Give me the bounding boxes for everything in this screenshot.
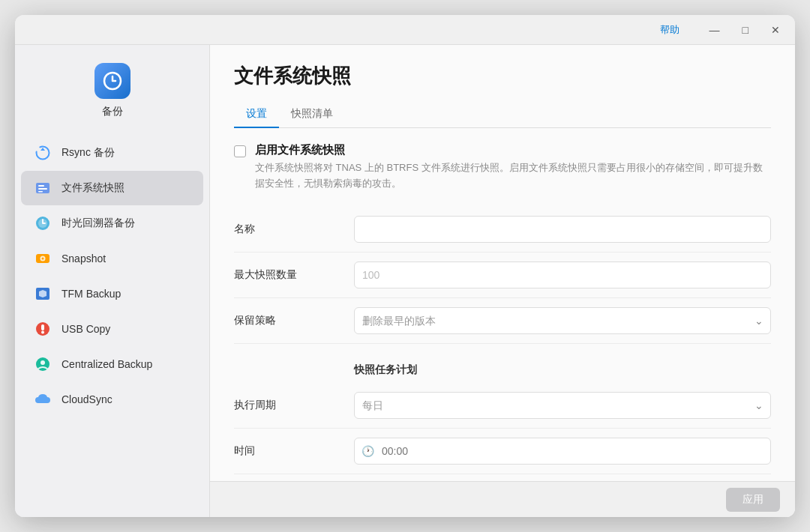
- titlebar-controls: 帮助 — □ ✕: [660, 22, 784, 37]
- minimize-button[interactable]: —: [705, 22, 724, 37]
- tab-settings[interactable]: 设置: [234, 101, 279, 128]
- sidebar-item-tfm-backup[interactable]: TFM Backup: [21, 276, 203, 311]
- sidebar-item-time-machine[interactable]: 时光回溯器备份: [21, 206, 203, 241]
- clock-icon: 🕐: [362, 445, 374, 457]
- schedule-title: 快照任务计划: [354, 353, 771, 383]
- time-label: 时间: [234, 444, 354, 458]
- enable-description: 文件系统快照将对 TNAS 上的 BTRFS 文件系统进行快照。启用文件系统快照…: [255, 160, 771, 192]
- app-title-label: 备份: [102, 105, 123, 118]
- help-link[interactable]: 帮助: [660, 23, 680, 37]
- time-control: 🕐: [354, 438, 771, 465]
- svg-rect-6: [38, 191, 43, 193]
- name-control: [354, 216, 771, 243]
- name-label: 名称: [234, 223, 354, 236]
- name-input[interactable]: [354, 216, 771, 243]
- sidebar: 备份 Rsync 备份: [15, 45, 210, 517]
- svg-point-11: [42, 258, 44, 260]
- form-row-period: 执行周期 每日: [234, 383, 771, 429]
- cloud-icon: [33, 390, 52, 409]
- sidebar-item-cloud-sync[interactable]: CloudSync: [21, 382, 203, 417]
- sidebar-label-tfm: TFM Backup: [62, 288, 121, 300]
- time-input-wrapper: 🕐: [354, 438, 771, 465]
- enable-checkbox[interactable]: [234, 145, 246, 157]
- svg-point-17: [40, 360, 45, 365]
- form-row-time: 时间 🕐: [234, 429, 771, 474]
- content-body: 启用文件系统快照 文件系统快照将对 TNAS 上的 BTRFS 文件系统进行快照…: [210, 128, 795, 481]
- sidebar-header: 备份: [15, 45, 209, 132]
- tab-snapshot-list[interactable]: 快照清单: [279, 101, 345, 128]
- retention-select-wrapper: 删除最早的版本: [354, 307, 771, 334]
- tabs-bar: 设置 快照清单: [234, 101, 771, 128]
- footer-bar: 应用: [210, 481, 795, 517]
- form-row-schedule-title: 快照任务计划: [234, 344, 771, 383]
- sidebar-item-centralized-backup[interactable]: Centralized Backup: [21, 347, 203, 381]
- period-select[interactable]: 每日: [354, 392, 771, 419]
- titlebar: 帮助 — □ ✕: [15, 15, 795, 45]
- svg-rect-5: [38, 188, 47, 190]
- restore-button[interactable]: □: [738, 22, 753, 37]
- time-machine-icon: [33, 214, 52, 233]
- svg-marker-2: [40, 148, 45, 151]
- filesystem-icon: [33, 178, 52, 198]
- content-header: 文件系统快照 设置 快照清单: [210, 45, 795, 128]
- sidebar-label-timemachine: 时光回溯器备份: [62, 217, 135, 230]
- retention-select[interactable]: 删除最早的版本: [354, 307, 771, 334]
- svg-point-15: [41, 331, 44, 334]
- sidebar-label-rsync: Rsync 备份: [62, 146, 115, 160]
- app-window: 帮助 — □ ✕ 备份: [15, 15, 795, 517]
- svg-rect-14: [41, 324, 44, 330]
- time-input[interactable]: [354, 438, 771, 465]
- backup-icon: [102, 70, 123, 91]
- sidebar-item-snapshot[interactable]: Snapshot: [21, 241, 203, 276]
- rsync-icon: [33, 143, 52, 163]
- sidebar-label-usb: USB Copy: [62, 323, 110, 335]
- retention-control: 删除最早的版本: [354, 307, 771, 334]
- max-snapshots-label: 最大快照数量: [234, 268, 354, 282]
- content-area: 文件系统快照 设置 快照清单 启用文件系统快照 文件系统快照将对 TNAS 上的…: [210, 45, 795, 517]
- sidebar-label-filesystem: 文件系统快照: [62, 181, 124, 195]
- sidebar-label-cloud: CloudSync: [62, 393, 112, 405]
- form-row-interval: 重复执行间隔 1 小时: [234, 474, 771, 481]
- enable-section: 启用文件系统快照 文件系统快照将对 TNAS 上的 BTRFS 文件系统进行快照…: [234, 143, 771, 192]
- page-title: 文件系统快照: [234, 63, 771, 89]
- retention-label: 保留策略: [234, 314, 354, 327]
- form-row-retention: 保留策略 删除最早的版本: [234, 298, 771, 344]
- enable-text: 启用文件系统快照 文件系统快照将对 TNAS 上的 BTRFS 文件系统进行快照…: [255, 143, 771, 192]
- usb-icon: [33, 319, 52, 339]
- tfm-icon: [33, 284, 52, 303]
- form-row-max-snapshots: 最大快照数量: [234, 253, 771, 298]
- period-select-wrapper: 每日: [354, 392, 771, 419]
- sidebar-item-rsync[interactable]: Rsync 备份: [21, 136, 203, 170]
- snapshot-icon: [33, 249, 52, 268]
- period-label: 执行周期: [234, 399, 354, 412]
- main-layout: 备份 Rsync 备份: [15, 45, 795, 517]
- sidebar-item-usb-copy[interactable]: USB Copy: [21, 312, 203, 346]
- svg-rect-4: [38, 185, 44, 187]
- max-snapshots-control: [354, 262, 771, 288]
- apply-button[interactable]: 应用: [726, 488, 780, 512]
- close-button[interactable]: ✕: [766, 22, 784, 37]
- form-section: 名称 最大快照数量 保留策略: [234, 207, 771, 481]
- sidebar-nav: Rsync 备份 文件系统快照: [15, 132, 209, 517]
- centralized-icon: [33, 354, 52, 374]
- sidebar-item-filesystem-snapshot[interactable]: 文件系统快照: [21, 171, 203, 205]
- period-control: 每日: [354, 392, 771, 419]
- form-row-name: 名称: [234, 207, 771, 253]
- app-icon: [94, 63, 130, 99]
- enable-title: 启用文件系统快照: [255, 143, 771, 157]
- sidebar-label-centralized: Centralized Backup: [62, 358, 152, 370]
- max-snapshots-input[interactable]: [354, 262, 771, 288]
- sidebar-label-snapshot: Snapshot: [62, 253, 106, 265]
